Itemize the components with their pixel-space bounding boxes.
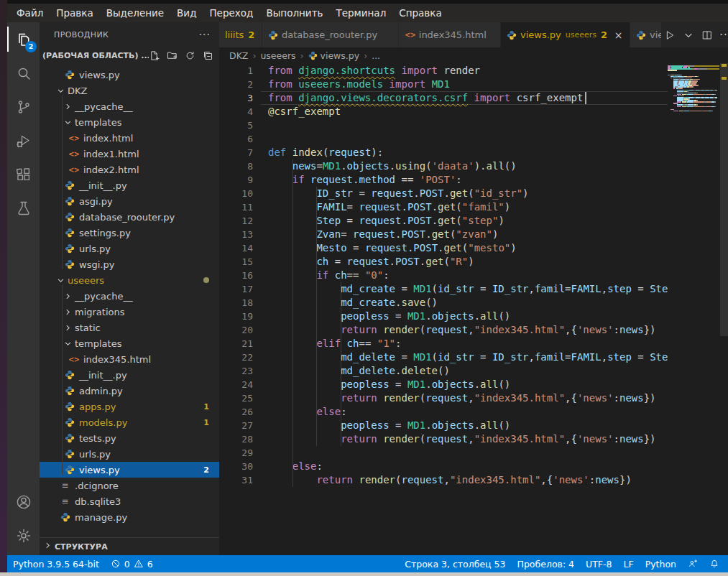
menu-Терминал[interactable]: Терминал [329,4,392,22]
code-line-14[interactable]: 14 Mesto = request.POST.get("mesto") [219,241,668,255]
breadcrumb-item-views.py[interactable]: views.py [308,50,360,61]
code-line-26[interactable]: 26 else: [219,405,668,419]
split-editor-button[interactable] [699,27,715,44]
tree-item-asgi.py[interactable]: asgi.py [40,193,219,209]
status-indentation[interactable]: Пробелов: 4 [512,555,581,572]
tree-item-tests.py[interactable]: tests.py [40,430,219,446]
status-problems[interactable]: 06 [105,555,159,572]
code-line-19[interactable]: 19 peopless = MD1.objects.all() [219,310,668,323]
code-line-2[interactable]: 2from useeers.models import MD1 [219,78,668,91]
tree-item-templates[interactable]: templates [40,335,219,351]
line-number[interactable]: 22 [219,350,253,364]
run-dropdown[interactable] [681,27,696,44]
status-language[interactable]: Python [640,555,682,572]
activity-account-icon[interactable] [7,485,40,519]
outline-section-header[interactable]: СТРУКТУРА [40,537,219,555]
code-line-22[interactable]: 22 md_delete = MD1(id_str = ID_str,famil… [219,350,668,364]
line-number[interactable]: 8 [219,159,253,173]
line-number[interactable]: 15 [219,255,253,269]
code-line-18[interactable]: 18 md_create.save() [219,296,668,310]
code-line-25[interactable]: 25 return render(request,"index345.html"… [219,391,668,405]
tree-item-admin.py[interactable]: admin.py [40,383,219,399]
tab-views[interactable]: views.pyuseeers2× [501,22,630,47]
code-line-9[interactable]: 9 if request.method == 'POST': [219,173,668,187]
code-line-20[interactable]: 20 return render(request,"index345.html"… [219,323,668,337]
tree-item-migrations[interactable]: migrations [40,304,219,320]
code-line-21[interactable]: 21 elif ch== "1": [219,337,668,350]
code-line-27[interactable]: 27 peopless = MD1.objects.all() [219,419,668,432]
code-line-16[interactable]: 16 if ch== "0": [219,269,668,282]
menu-Выделение[interactable]: Выделение [100,4,170,22]
vertical-scrollbar[interactable] [720,63,728,336]
line-number[interactable]: 21 [219,337,253,350]
activity-testing-icon[interactable] [7,191,40,225]
code-line-24[interactable]: 24 peopless = MD1.objects.all() [219,378,668,391]
run-button[interactable] [662,27,678,44]
tree-item-__init__.py[interactable]: __init__.py [40,177,219,193]
line-number[interactable]: 31 [219,473,253,487]
code-line-29[interactable]: 29 [219,446,668,460]
line-number[interactable]: 13 [219,228,253,241]
activity-search-icon[interactable] [7,56,40,90]
line-number[interactable]: 11 [219,200,253,214]
code-line-30[interactable]: 30 else: [219,460,668,473]
tree-item-database_roouter.py[interactable]: database_roouter.py [40,209,219,225]
tree-item-__pycache__[interactable]: __pycache__ [40,98,219,114]
tree-item-db.sqlite3[interactable]: ≡db.sqlite3 [40,493,219,509]
code-line-3[interactable]: 3from django.views.decorators.csrf impor… [219,91,668,105]
tree-item-index345.html[interactable]: <>index345.html [40,351,219,367]
code-lines[interactable]: 1from django.shortcuts import render2fro… [219,64,668,487]
code-line-23[interactable]: 23 md_delete.delete() [219,364,668,378]
line-number[interactable]: 25 [219,391,253,405]
ws-action-collapse-all-icon[interactable] [203,50,213,61]
tree-item-__pycache__[interactable]: __pycache__ [40,288,219,304]
close-icon[interactable]: × [613,29,624,41]
line-number[interactable]: 26 [219,405,253,419]
more-actions-button[interactable]: ··· [718,27,728,44]
status-notifications-icon[interactable] [704,555,725,572]
code-line-17[interactable]: 17 md_create = MD1(id_str = ID_str,famil… [219,282,668,296]
tree-item-__init__.py[interactable]: __init__.py [40,367,219,383]
line-number[interactable]: 1 [219,64,253,78]
breadcrumb-item-useeers[interactable]: useeers [260,50,295,61]
line-number[interactable]: 4 [219,105,253,119]
tree-item-wsgi.py[interactable]: wsgi.py [40,256,219,272]
code-line-10[interactable]: 10 ID_str = request.POST.get("id_str") [219,187,668,200]
code-line-6[interactable]: 6 [219,132,668,146]
activity-settings-icon[interactable] [7,519,40,552]
tab-vie[interactable]: vie [630,22,662,47]
line-number[interactable]: 23 [219,364,253,378]
tree-item-models.py[interactable]: models.py1 [40,414,219,430]
tab-database-roouter[interactable]: database_roouter.py [262,22,399,47]
tree-item-useeers[interactable]: useeers [40,272,219,288]
line-number[interactable]: 27 [219,419,253,432]
tree-item-index2.html[interactable]: <>index2.html [40,162,219,177]
sidebar-more-actions[interactable]: ··· [199,29,211,40]
code-line-5[interactable]: 5 [219,119,668,132]
menu-Выполнить[interactable]: Выполнить [259,4,329,22]
code-line-12[interactable]: 12 Step = request.POST.get("step") [219,214,668,228]
activity-source-control-icon[interactable] [7,90,40,124]
activity-extensions-icon[interactable] [7,157,40,191]
status-eol[interactable]: LF [618,555,640,572]
code-line-7[interactable]: 7def index(request): [219,146,668,159]
code-line-15[interactable]: 15 ch = request.POST.get("R") [219,255,668,269]
tree-item-templates[interactable]: templates [40,114,219,130]
line-number[interactable]: 24 [219,378,253,391]
line-number[interactable]: 28 [219,432,253,446]
minimap[interactable] [668,63,719,142]
tree-item-index1.html[interactable]: <>index1.html [40,146,219,162]
status-encoding[interactable]: UTF-8 [580,555,617,572]
code-line-13[interactable]: 13 Zvan= request.POST.get("zvan") [219,228,668,241]
breadcrumb-item-...[interactable]: ... [372,50,380,61]
tab-index345[interactable]: <>index345.html [399,22,501,47]
line-number[interactable]: 14 [219,241,253,255]
line-number[interactable]: 12 [219,214,253,228]
status-feedback-icon[interactable] [682,555,704,572]
tree-item-settings.py[interactable]: settings.py [40,225,219,241]
tree-item-index.html[interactable]: <>index.html [40,130,219,146]
tree-item-.dcignore[interactable]: ≡.dcignore [40,478,219,493]
tree-item-urls.py[interactable]: urls.py [40,241,219,256]
line-number[interactable]: 5 [219,119,253,132]
line-number[interactable]: 2 [219,78,253,91]
